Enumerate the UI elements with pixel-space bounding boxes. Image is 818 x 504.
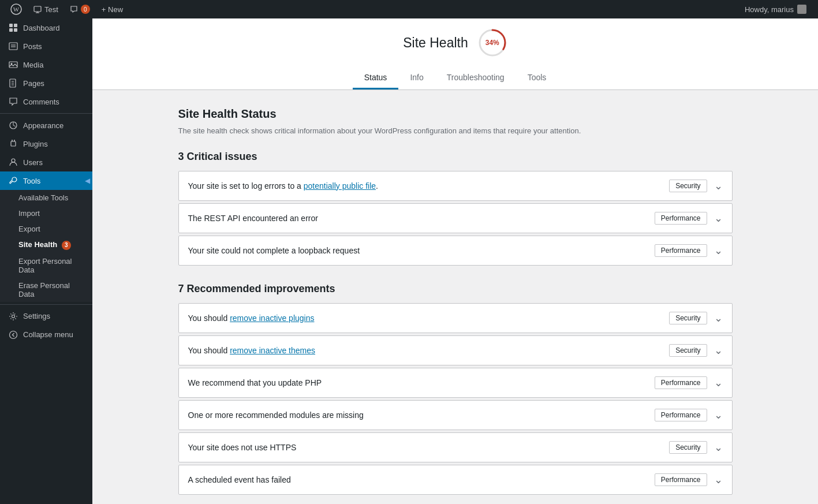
sidebar-item-media[interactable]: Media [0, 55, 92, 74]
collapse-label: Collapse menu [23, 330, 73, 339]
rec-issue-4: One or more recommended modules are miss… [178, 400, 733, 430]
sidebar-item-pages[interactable]: Pages [0, 74, 92, 92]
sidebar-item-tools[interactable]: Tools ◀ [0, 171, 92, 190]
appearance-icon [8, 121, 18, 130]
tools-arrow-icon: ◀ [85, 177, 90, 185]
wp-logo-button[interactable]: W [5, 0, 28, 18]
users-label: Users [23, 158, 43, 167]
critical-issue-1-expand[interactable]: ⌄ [714, 180, 723, 192]
rec-issue-2-link[interactable]: remove inactive themes [230, 346, 315, 355]
rec-issue-3-expand[interactable]: ⌄ [714, 376, 723, 389]
rec-issue-5-badge: Security [669, 441, 707, 454]
sidebar-item-import[interactable]: Import [0, 206, 92, 221]
site-health-count-badge: 3 [62, 241, 71, 250]
sidebar-item-export-personal-data[interactable]: Export Personal Data [0, 253, 92, 278]
sidebar-item-site-health[interactable]: Site Health 3 [0, 237, 92, 253]
critical-issue-1-link[interactable]: potentially public file [304, 181, 376, 191]
admin-bar: W Test 0 + New Howdy, marius [0, 0, 818, 18]
critical-issue-1: Your site is set to log errors to a pote… [178, 171, 733, 201]
critical-issue-3-expand[interactable]: ⌄ [714, 244, 723, 257]
site-name-label: Test [44, 5, 58, 14]
rec-issue-1-link[interactable]: remove inactive plugins [230, 313, 314, 323]
tab-info[interactable]: Info [398, 67, 435, 89]
comments-button[interactable]: 0 [64, 0, 96, 18]
sidebar: Dashboard Posts Media Pages Comments [0, 18, 92, 504]
separator-1 [0, 113, 92, 114]
critical-issue-2-expand[interactable]: ⌄ [714, 212, 723, 225]
svg-rect-19 [11, 141, 16, 146]
tab-status[interactable]: Status [353, 67, 399, 89]
main-content: Site Health 34% Status Info Trouble [92, 18, 818, 504]
svg-rect-12 [9, 62, 17, 68]
collapse-icon [8, 330, 18, 339]
rec-issue-2: You should remove inactive themes Securi… [178, 335, 733, 365]
section-subtitle: The site health check shows critical inf… [178, 125, 733, 137]
svg-rect-6 [14, 24, 17, 27]
critical-issues-list: Your site is set to log errors to a pote… [178, 171, 733, 266]
new-content-button[interactable]: + New [96, 0, 129, 18]
critical-issue-1-badge: Security [669, 180, 707, 192]
media-label: Media [23, 61, 43, 69]
pages-label: Pages [23, 79, 44, 88]
svg-rect-2 [34, 6, 41, 12]
rec-issue-5-expand[interactable]: ⌄ [714, 441, 723, 454]
sidebar-item-export[interactable]: Export [0, 221, 92, 237]
sidebar-item-posts[interactable]: Posts [0, 37, 92, 55]
recommended-issues-list: You should remove inactive plugins Secur… [178, 303, 733, 495]
sidebar-item-users[interactable]: Users [0, 153, 92, 171]
critical-issue-2-text: The REST API encountered an error [188, 214, 648, 223]
users-icon [8, 158, 18, 167]
pages-icon [8, 79, 18, 88]
site-name-button[interactable]: Test [28, 0, 64, 18]
rec-issue-3-badge: Performance [655, 376, 707, 389]
sidebar-item-appearance[interactable]: Appearance [0, 116, 92, 135]
sidebar-item-settings[interactable]: Settings [0, 307, 92, 326]
rec-issue-1-text: You should remove inactive plugins [188, 313, 663, 323]
dashboard-label: Dashboard [23, 24, 60, 32]
export-personal-data-label: Export Personal Data [18, 257, 72, 274]
recommended-issues-title: 7 Recommended improvements [178, 283, 733, 295]
new-label: + New [102, 5, 123, 14]
comments-count-badge: 0 [81, 5, 90, 14]
page-header: Site Health 34% Status Info Trouble [92, 18, 818, 90]
rec-issue-6-expand[interactable]: ⌄ [714, 473, 723, 486]
import-label: Import [18, 209, 40, 218]
svg-rect-8 [14, 28, 17, 32]
howdy-section: Howdy, marius [738, 5, 813, 14]
sidebar-item-plugins[interactable]: Plugins [0, 135, 92, 153]
tools-label: Tools [23, 177, 40, 185]
rec-issue-4-expand[interactable]: ⌄ [714, 409, 723, 421]
rec-issue-6-text: A scheduled event has failed [188, 475, 648, 484]
rec-issue-1-expand[interactable]: ⌄ [714, 312, 723, 324]
rec-issue-4-badge: Performance [655, 409, 707, 421]
content-area: Site Health Status The site health check… [167, 90, 744, 504]
rec-issue-5-text: Your site does not use HTTPS [188, 443, 663, 452]
sidebar-item-dashboard[interactable]: Dashboard [0, 18, 92, 37]
erase-personal-data-label: Erase Personal Data [18, 281, 70, 298]
sidebar-item-erase-personal-data[interactable]: Erase Personal Data [0, 278, 92, 302]
critical-issue-3-badge: Performance [655, 244, 707, 257]
tab-tools[interactable]: Tools [516, 67, 558, 89]
tab-troubleshooting[interactable]: Troubleshooting [435, 67, 516, 89]
rec-issue-6-badge: Performance [655, 473, 707, 486]
svg-rect-9 [9, 43, 17, 50]
rec-issue-2-text: You should remove inactive themes [188, 346, 663, 355]
comments-icon [8, 97, 18, 106]
available-tools-label: Available Tools [18, 193, 68, 202]
tools-icon [8, 176, 18, 185]
settings-icon [8, 312, 18, 321]
page-tabs: Status Info Troubleshooting Tools [92, 67, 818, 89]
critical-issues-title: 3 Critical issues [178, 151, 733, 163]
rec-issue-3: We recommend that you update PHP Perform… [178, 368, 733, 398]
dashboard-icon [8, 23, 18, 32]
rec-issue-3-text: We recommend that you update PHP [188, 378, 648, 387]
rec-issue-2-expand[interactable]: ⌄ [714, 344, 723, 357]
svg-text:W: W [13, 6, 20, 13]
sidebar-item-available-tools[interactable]: Available Tools [0, 190, 92, 206]
rec-issue-4-text: One or more recommended modules are miss… [188, 410, 648, 420]
sidebar-item-comments[interactable]: Comments [0, 92, 92, 111]
howdy-text: Howdy, marius [745, 5, 794, 14]
collapse-menu-button[interactable]: Collapse menu [0, 326, 92, 344]
rec-issue-2-badge: Security [669, 344, 707, 357]
rec-issue-1: You should remove inactive plugins Secur… [178, 303, 733, 333]
